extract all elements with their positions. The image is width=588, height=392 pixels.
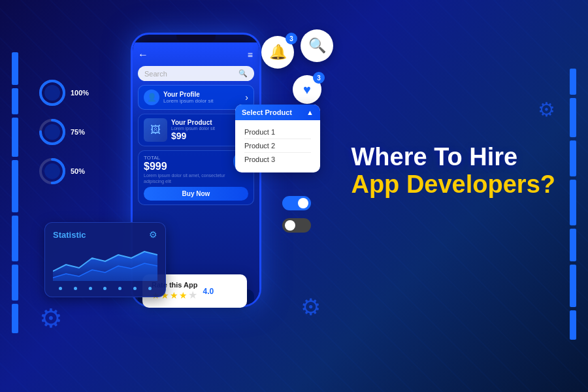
product-option-1[interactable]: Product 1 bbox=[244, 125, 311, 139]
progress-item-100: 100% bbox=[38, 78, 89, 107]
buy-now-button[interactable]: Buy Now bbox=[144, 187, 248, 201]
search-circle-icon: 🔍 bbox=[308, 37, 326, 54]
chart-dots bbox=[53, 287, 157, 290]
chart-dot bbox=[103, 287, 106, 290]
left-bar bbox=[12, 216, 18, 261]
search-bar[interactable]: Search 🔍 bbox=[138, 66, 254, 81]
toggle-switches-group bbox=[282, 196, 311, 233]
statistic-gear-icon[interactable]: ⚙ bbox=[149, 229, 157, 240]
phone-notch bbox=[176, 35, 216, 42]
progress-label-50: 50% bbox=[71, 167, 85, 175]
gear-icon-bottom-left: ⚙ bbox=[39, 303, 63, 333]
heart-icon: ♥ bbox=[303, 82, 311, 97]
chart-dot bbox=[89, 287, 92, 290]
heading-line1: Where To Hire bbox=[351, 144, 555, 171]
right-bar bbox=[570, 265, 576, 307]
total-description: Lorem ipsum dolor sit amet, consectetur … bbox=[144, 172, 233, 184]
profile-info: 👤 Your Profile Lorem ipsum dolor sit bbox=[144, 90, 213, 105]
rating-number: 4.0 bbox=[203, 287, 214, 296]
phone-header: ← ≡ bbox=[138, 48, 254, 62]
right-bar bbox=[570, 310, 576, 340]
progress-circles-group: 100% 75% 50% bbox=[38, 78, 89, 186]
right-bar bbox=[570, 229, 576, 261]
progress-circle-100 bbox=[38, 78, 67, 107]
total-amount: $999 bbox=[144, 161, 233, 172]
progress-circle-75 bbox=[38, 118, 67, 146]
gear-icon-mid: ⚙ bbox=[301, 294, 321, 320]
profile-text: Your Profile Lorem ipsum dolor sit bbox=[163, 91, 213, 104]
right-bar bbox=[570, 69, 576, 95]
chart-dot bbox=[148, 287, 152, 290]
heart-badge: 3 bbox=[313, 72, 325, 84]
right-bar bbox=[570, 98, 576, 137]
select-product-title: Select Product bbox=[242, 108, 292, 116]
heading-area: Where To Hire App Developers? bbox=[351, 144, 555, 199]
left-decorative-bars bbox=[12, 52, 18, 333]
statistic-card: Statistic ⚙ bbox=[44, 222, 166, 297]
select-product-chevron-icon: ▲ bbox=[306, 108, 314, 116]
progress-label-75: 75% bbox=[71, 128, 85, 136]
menu-icon: ≡ bbox=[248, 50, 254, 60]
like-circle-button[interactable]: ♥ 3 bbox=[293, 75, 321, 104]
profile-arrow-icon: › bbox=[245, 92, 248, 103]
product-name: Your Product bbox=[171, 119, 215, 126]
select-product-header: Select Product ▲ bbox=[235, 105, 320, 120]
notification-bell[interactable]: 🔔 3 bbox=[261, 36, 294, 69]
svg-point-2 bbox=[44, 85, 60, 101]
progress-item-50: 50% bbox=[38, 157, 89, 186]
bell-icon: 🔔 bbox=[269, 44, 287, 61]
progress-item-75: 75% bbox=[38, 118, 89, 146]
profile-name: Your Profile bbox=[163, 91, 213, 98]
left-bar bbox=[12, 52, 18, 85]
statistic-title: Statistic bbox=[53, 230, 86, 240]
product-option-2[interactable]: Product 2 bbox=[244, 139, 311, 153]
left-bar bbox=[12, 118, 18, 157]
product-image: 🖼 bbox=[144, 118, 167, 142]
left-bar bbox=[12, 304, 18, 333]
right-bar bbox=[570, 180, 576, 225]
back-arrow-icon: ← bbox=[138, 49, 148, 61]
bell-badge: 3 bbox=[286, 33, 297, 44]
chart-svg bbox=[53, 245, 157, 281]
search-placeholder: Search bbox=[144, 70, 167, 78]
left-bar bbox=[12, 160, 18, 212]
progress-circle-50 bbox=[38, 157, 67, 186]
right-bar bbox=[570, 140, 576, 176]
product-price: $99 bbox=[171, 131, 215, 141]
search-icon: 🔍 bbox=[238, 69, 248, 78]
gear-icon-right: ⚙ bbox=[538, 98, 555, 121]
statistic-chart bbox=[53, 245, 157, 284]
product-option-3[interactable]: Product 3 bbox=[244, 153, 311, 166]
right-decorative-bars bbox=[570, 69, 576, 340]
svg-point-8 bbox=[44, 163, 60, 179]
heading-line2: App Developers? bbox=[351, 171, 555, 199]
toggle-switch-on[interactable] bbox=[282, 196, 311, 210]
chart-dot bbox=[118, 287, 122, 290]
progress-label-100: 100% bbox=[71, 89, 89, 97]
toggle-switch-off[interactable] bbox=[282, 218, 311, 233]
left-bar bbox=[12, 88, 18, 114]
product-subtitle: Lorem ipsum dolor sit bbox=[171, 126, 215, 131]
chart-dot bbox=[74, 287, 77, 290]
statistic-header: Statistic ⚙ bbox=[53, 229, 157, 240]
chart-dot bbox=[133, 287, 137, 290]
svg-point-5 bbox=[44, 124, 60, 140]
left-bar bbox=[12, 265, 18, 301]
chart-dot bbox=[59, 287, 62, 290]
product-info: Your Product Lorem ipsum dolor sit $99 bbox=[171, 119, 215, 141]
profile-subtitle: Lorem ipsum dolor sit bbox=[163, 98, 213, 104]
star-empty-icon: ★ bbox=[188, 289, 197, 301]
select-product-popup: Select Product ▲ Product 1 Product 2 Pro… bbox=[235, 105, 320, 172]
search-circle-button[interactable]: 🔍 bbox=[301, 29, 333, 62]
avatar: 👤 bbox=[144, 90, 159, 105]
total-label: TOTAL bbox=[144, 155, 233, 161]
